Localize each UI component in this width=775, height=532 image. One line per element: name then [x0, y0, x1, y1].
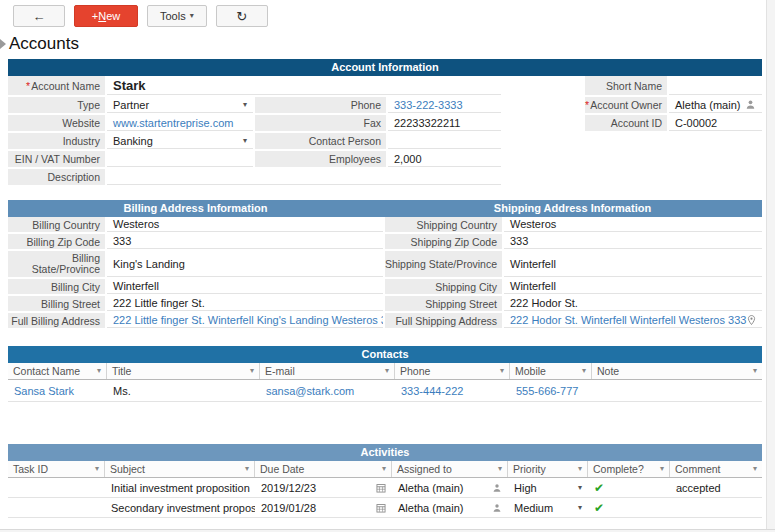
contact-name-link[interactable]: Sansa Stark [8, 380, 107, 401]
filter-caret-icon[interactable]: ▾ [500, 367, 504, 375]
fax-field[interactable]: 22233322211 [388, 115, 501, 131]
filter-caret-icon[interactable]: ▾ [95, 465, 99, 473]
filter-caret-icon[interactable]: ▾ [385, 367, 389, 375]
activity-comment-cell[interactable]: accepted [670, 478, 762, 497]
shipping-address-header: Shipping Address Information [383, 200, 762, 217]
billing-state-field[interactable]: King's Landing [107, 251, 383, 277]
activity-task-id-cell[interactable] [8, 498, 105, 517]
activity-priority-select[interactable]: High▾ [508, 478, 588, 497]
column-header-due-date[interactable]: Due Date▾ [255, 461, 392, 477]
calendar-icon[interactable] [376, 503, 386, 513]
account-information-section: Account Information *Account Name Stark … [8, 59, 762, 185]
activity-complete-cell[interactable]: ✔ [588, 478, 670, 497]
contact-title-cell[interactable]: Ms. [107, 380, 260, 401]
billing-street-field[interactable]: 222 Little finger St. [107, 296, 383, 311]
filter-caret-icon[interactable]: ▾ [753, 367, 757, 375]
activity-priority-select[interactable]: Medium▾ [508, 498, 588, 517]
column-header-title[interactable]: Title▾ [107, 363, 260, 379]
column-header-priority[interactable]: Priority▾ [508, 461, 588, 477]
map-pin-icon[interactable] [746, 314, 757, 326]
activity-assigned-to-cell[interactable]: Aletha (main) [392, 498, 508, 517]
filter-caret-icon[interactable]: ▾ [582, 367, 586, 375]
refresh-button[interactable]: ↻ [216, 5, 268, 27]
filter-caret-icon[interactable]: ▾ [498, 465, 502, 473]
column-header-complete[interactable]: Complete?▾ [588, 461, 670, 477]
contact-person-field[interactable] [388, 133, 501, 149]
vertical-scrollbar[interactable] [766, 0, 775, 529]
description-field[interactable] [107, 169, 501, 185]
activity-due-date-cell[interactable]: 2019/01/28 [255, 498, 392, 517]
filter-caret-icon[interactable]: ▾ [578, 465, 582, 473]
shipping-street-field[interactable]: 222 Hodor St. [504, 296, 762, 311]
column-header-email[interactable]: E-mail▾ [260, 363, 395, 379]
industry-label: Industry [8, 133, 105, 149]
activity-assigned-to-cell[interactable]: Aletha (main) [392, 478, 508, 497]
refresh-icon: ↻ [236, 10, 247, 23]
shipping-city-field[interactable]: Winterfell [504, 279, 762, 294]
filter-caret-icon[interactable]: ▾ [245, 465, 249, 473]
page-title: Accounts [9, 34, 79, 54]
type-select[interactable]: Partner▾ [107, 97, 253, 113]
activities-section: Activities Task ID▾ Subject▾ Due Date▾ A… [8, 444, 762, 518]
billing-address-header: Billing Address Information [8, 200, 383, 217]
dropdown-caret-icon: ▾ [243, 101, 247, 109]
shipping-state-field[interactable]: Winterfell [504, 251, 762, 277]
billing-city-label: Billing City [8, 279, 105, 294]
shipping-zip-field[interactable]: 333 [504, 234, 762, 249]
column-header-phone[interactable]: Phone▾ [395, 363, 510, 379]
description-label: Description [8, 169, 105, 185]
column-header-contact-name[interactable]: Contact Name▾ [8, 363, 107, 379]
contact-email-link[interactable]: sansa@stark.com [260, 380, 395, 401]
calendar-icon[interactable] [376, 483, 386, 493]
website-link[interactable]: www.startentreprise.com [107, 115, 253, 131]
activity-task-id-cell[interactable] [8, 478, 105, 497]
account-id-field[interactable]: C-00002 [669, 115, 762, 131]
column-header-mobile[interactable]: Mobile▾ [510, 363, 592, 379]
activity-subject-cell[interactable]: Initial investment proposition [105, 478, 255, 497]
column-header-task-id[interactable]: Task ID▾ [8, 461, 105, 477]
main-content: Account Information *Account Name Stark … [8, 59, 762, 518]
account-owner-label: *Account Owner [585, 97, 667, 113]
shipping-state-label: Shipping State/Province [385, 251, 502, 277]
column-header-subject[interactable]: Subject▾ [105, 461, 255, 477]
full-billing-address-link[interactable]: 222 Little finger St. Winterfell King's … [107, 313, 383, 328]
filter-caret-icon[interactable]: ▾ [97, 367, 101, 375]
activities-header: Activities [8, 444, 762, 461]
collapse-triangle-icon[interactable] [0, 39, 6, 49]
user-lookup-icon[interactable] [745, 99, 756, 110]
employees-field[interactable]: 2,000 [388, 151, 501, 167]
full-shipping-address-link[interactable]: 222 Hodor St. Winterfell Winterfell West… [504, 313, 762, 328]
account-owner-field[interactable]: Aletha (main) [669, 97, 762, 113]
industry-select[interactable]: Banking▾ [107, 133, 253, 149]
activity-comment-cell[interactable] [670, 498, 762, 517]
new-button[interactable]: +New [74, 5, 138, 27]
activity-due-date-cell[interactable]: 2019/12/23 [255, 478, 392, 497]
user-icon [492, 503, 502, 513]
column-header-comment[interactable]: Comment▾ [670, 461, 762, 477]
ein-vat-label: EIN / VAT Number [8, 151, 105, 167]
contact-note-cell[interactable] [592, 380, 762, 401]
activity-complete-cell[interactable]: ✔ [588, 498, 670, 517]
billing-country-field[interactable]: Westeros [107, 217, 383, 232]
activity-subject-cell[interactable]: Secondary investment proposition [105, 498, 255, 517]
shipping-country-field[interactable]: Westeros [504, 217, 762, 232]
billing-zip-label: Billing Zip Code [8, 234, 105, 249]
column-header-assigned-to[interactable]: Assigned to▾ [392, 461, 508, 477]
short-name-field[interactable] [669, 76, 762, 95]
phone-link[interactable]: 333-222-3333 [388, 97, 501, 113]
ein-vat-field[interactable] [107, 151, 253, 167]
filter-caret-icon[interactable]: ▾ [250, 367, 254, 375]
billing-zip-field[interactable]: 333 [107, 234, 383, 249]
account-name-field[interactable]: Stark [107, 76, 501, 95]
filter-caret-icon[interactable]: ▾ [660, 465, 664, 473]
filter-caret-icon[interactable]: ▾ [753, 465, 757, 473]
filter-caret-icon[interactable]: ▾ [382, 465, 386, 473]
tools-button[interactable]: Tools ▾ [147, 5, 207, 27]
back-button[interactable]: ← [13, 5, 65, 27]
contact-mobile-link[interactable]: 555-666-777 [510, 380, 592, 401]
activities-column-headers: Task ID▾ Subject▾ Due Date▾ Assigned to▾… [8, 461, 762, 478]
billing-city-field[interactable]: Winterfell [107, 279, 383, 294]
fax-label: Fax [255, 115, 386, 131]
contact-phone-link[interactable]: 333-444-222 [395, 380, 510, 401]
column-header-note[interactable]: Note▾ [592, 363, 762, 379]
